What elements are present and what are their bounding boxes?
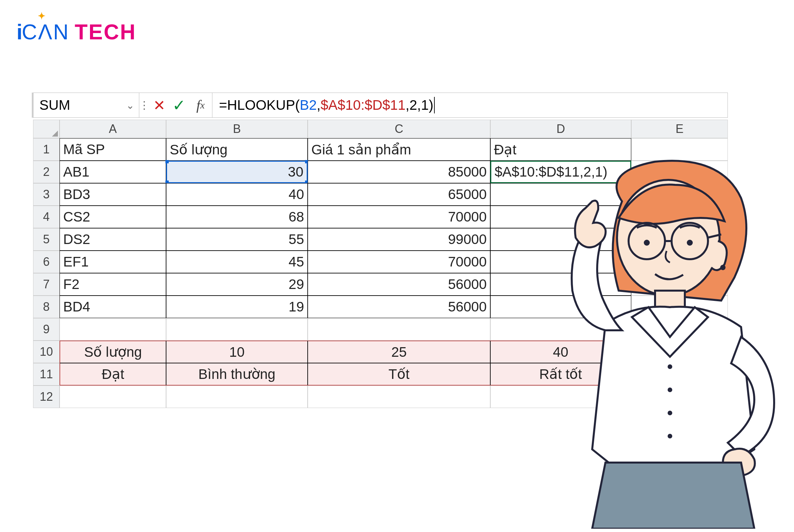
- logo-can: CΛN: [22, 20, 70, 44]
- name-box[interactable]: SUM ⌄: [33, 93, 139, 117]
- formula-input[interactable]: =HLOOKUP(B2,$A$10:$D$11,2,1): [212, 93, 727, 117]
- svg-point-7: [687, 240, 693, 246]
- cell-a10[interactable]: Số lượng: [59, 341, 166, 363]
- cell-c6[interactable]: 70000: [308, 251, 490, 273]
- formula-text: =HLOOKUP(B2,$A$10:$D$11,2,1): [219, 97, 433, 113]
- cell-b1[interactable]: Số lượng: [166, 138, 308, 161]
- woman-illustration: [556, 152, 781, 529]
- cell-a4[interactable]: CS2: [59, 206, 166, 228]
- cell-a1[interactable]: Mã SP: [59, 138, 166, 161]
- cell-c4[interactable]: 70000: [308, 206, 490, 228]
- cell-b11[interactable]: Bình thường: [166, 363, 308, 385]
- cell-c1[interactable]: Giá 1 sản phẩm: [308, 138, 490, 161]
- svg-point-6: [644, 240, 650, 246]
- row-header-8[interactable]: 8: [33, 296, 59, 318]
- cell-b2[interactable]: 30: [166, 161, 308, 183]
- name-box-value: SUM: [39, 97, 70, 113]
- cell-a3[interactable]: BD3: [59, 183, 166, 206]
- svg-point-9: [668, 364, 672, 369]
- cell-c7[interactable]: 56000: [308, 273, 490, 296]
- formula-bar-separator: ⋮: [139, 93, 149, 117]
- cell-b9[interactable]: [166, 318, 308, 341]
- lightbulb-icon: ✦: [38, 11, 45, 21]
- row-header-6[interactable]: 6: [33, 251, 59, 273]
- logo-i: i: [17, 20, 22, 44]
- enter-button[interactable]: ✓: [169, 93, 189, 117]
- row-header-4[interactable]: 4: [33, 206, 59, 228]
- cell-a12[interactable]: [59, 385, 166, 408]
- insert-function-button[interactable]: fx: [189, 93, 212, 117]
- cell-c12[interactable]: [308, 385, 490, 408]
- row-header-9[interactable]: 9: [33, 318, 59, 341]
- cell-c9[interactable]: [308, 318, 490, 341]
- row-header-10[interactable]: 10: [33, 341, 59, 363]
- row-header-7[interactable]: 7: [33, 273, 59, 296]
- cell-b7[interactable]: 29: [166, 273, 308, 296]
- cell-a9[interactable]: [59, 318, 166, 341]
- cell-c2[interactable]: 85000: [308, 161, 490, 183]
- cell-b10[interactable]: 10: [166, 341, 308, 363]
- svg-point-10: [668, 387, 672, 392]
- brand-logo: ✦ iCΛN TECH: [17, 20, 136, 44]
- col-header-a[interactable]: A: [59, 120, 166, 138]
- cell-b2-value: 30: [288, 164, 303, 180]
- row-header-12[interactable]: 12: [33, 385, 59, 408]
- cell-b3[interactable]: 40: [166, 183, 308, 206]
- cell-a8[interactable]: BD4: [59, 296, 166, 318]
- row-header-11[interactable]: 11: [33, 363, 59, 385]
- svg-point-1: [720, 265, 725, 270]
- cell-a6[interactable]: EF1: [59, 251, 166, 273]
- cell-b6[interactable]: 45: [166, 251, 308, 273]
- text-caret: [434, 97, 435, 113]
- cell-b5[interactable]: 55: [166, 228, 308, 251]
- cell-c11[interactable]: Tốt: [308, 363, 490, 385]
- cell-b12[interactable]: [166, 385, 308, 408]
- cell-b8[interactable]: 19: [166, 296, 308, 318]
- row-header-3[interactable]: 3: [33, 183, 59, 206]
- cell-c8[interactable]: 56000: [308, 296, 490, 318]
- col-header-c[interactable]: C: [308, 120, 490, 138]
- formula-bar: SUM ⌄ ⋮ ✕ ✓ fx =HLOOKUP(B2,$A$10:$D$11,2…: [33, 93, 728, 118]
- cell-a2[interactable]: AB1: [59, 161, 166, 183]
- row-header-5[interactable]: 5: [33, 228, 59, 251]
- col-header-d[interactable]: D: [490, 120, 631, 138]
- chevron-down-icon[interactable]: ⌄: [126, 99, 134, 111]
- cell-a7[interactable]: F2: [59, 273, 166, 296]
- cell-c5[interactable]: 99000: [308, 228, 490, 251]
- cell-c10[interactable]: 25: [308, 341, 490, 363]
- svg-point-12: [668, 434, 672, 438]
- row-header-1[interactable]: 1: [33, 138, 59, 161]
- col-header-b[interactable]: B: [166, 120, 308, 138]
- logo-tech: TECH: [75, 20, 136, 44]
- cancel-button[interactable]: ✕: [149, 93, 169, 117]
- col-header-e[interactable]: E: [631, 120, 728, 138]
- cell-b4[interactable]: 68: [166, 206, 308, 228]
- select-all-corner[interactable]: [33, 120, 59, 138]
- cell-a5[interactable]: DS2: [59, 228, 166, 251]
- row-header-2[interactable]: 2: [33, 161, 59, 183]
- svg-point-11: [668, 411, 672, 415]
- cell-a11[interactable]: Đạt: [59, 363, 166, 385]
- cell-c3[interactable]: 65000: [308, 183, 490, 206]
